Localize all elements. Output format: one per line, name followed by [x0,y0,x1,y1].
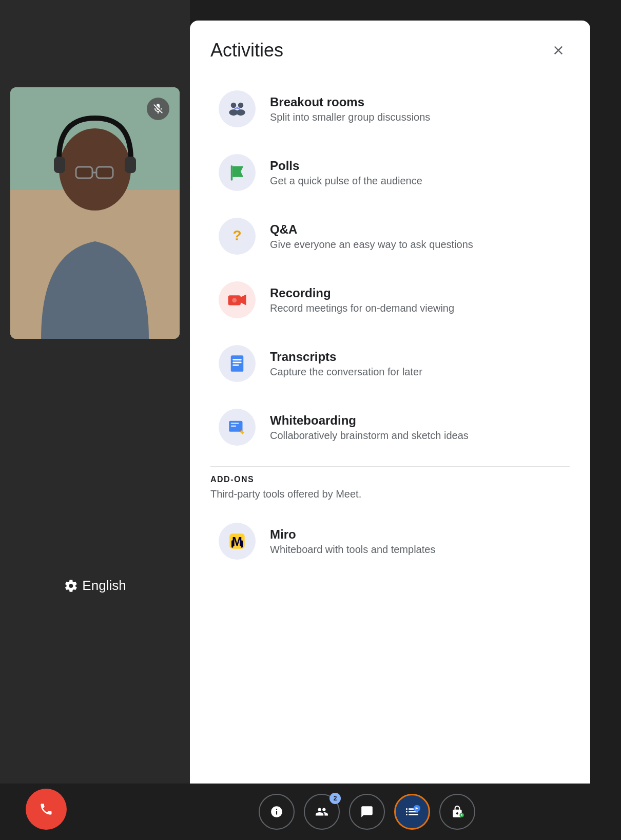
addons-section: ADD-ONS Third-party tools offered by Mee… [210,475,570,572]
bottom-controls: 2 [259,794,475,830]
transcripts-desc: Capture the conversation for later [270,366,561,378]
recording-desc: Record meetings for on-demand viewing [270,302,561,314]
mute-button[interactable] [147,98,169,120]
polls-item[interactable]: Polls Get a quick pulse of the audience [210,142,570,203]
recording-icon [219,281,256,318]
qa-title: Q&A [270,222,561,237]
qa-icon: ? [219,218,256,255]
qa-item[interactable]: ? Q&A Give everyone an easy way to ask q… [210,205,570,267]
svg-text:?: ? [232,227,241,243]
svg-rect-22 [232,359,242,360]
info-button[interactable] [259,794,295,830]
whiteboarding-title: Whiteboarding [270,413,561,428]
svg-point-36 [461,814,462,815]
svg-point-2 [59,128,131,211]
whiteboarding-icon [219,409,256,446]
breakout-rooms-desc: Split into smaller group discussions [270,111,561,123]
polls-title: Polls [270,159,561,173]
whiteboarding-text: Whiteboarding Collaboratively brainstorm… [270,413,561,442]
close-button[interactable] [547,39,570,62]
svg-rect-6 [96,167,113,178]
video-area: English [0,0,190,840]
svg-rect-15 [231,165,233,181]
panel-header: Activities [210,39,570,62]
video-thumbnail [10,87,180,339]
recording-item[interactable]: Recording Record meetings for on-demand … [210,269,570,331]
recording-title: Recording [270,286,561,300]
svg-rect-21 [231,355,244,372]
miro-desc: Whiteboard with tools and templates [270,544,561,556]
svg-rect-24 [232,365,239,366]
svg-rect-4 [125,157,136,173]
svg-rect-5 [76,167,92,178]
end-call-button[interactable] [26,789,67,830]
polls-text: Polls Get a quick pulse of the audience [270,159,561,187]
svg-rect-23 [232,362,242,364]
activities-panel: Activities Breakout rooms Split int [190,21,590,816]
breakout-rooms-item[interactable]: Breakout rooms Split into smaller group … [210,78,570,140]
qa-desc: Give everyone an easy way to ask questio… [270,239,561,251]
miro-title: Miro [270,527,561,542]
svg-rect-27 [231,423,239,424]
whiteboarding-item[interactable]: Whiteboarding Collaboratively brainstorm… [210,396,570,458]
svg-text:M: M [232,534,242,548]
participants-badge: 2 [329,793,341,804]
recording-text: Recording Record meetings for on-demand … [270,286,561,314]
participants-button[interactable]: 2 [304,794,340,830]
svg-point-9 [238,103,244,108]
breakout-rooms-text: Breakout rooms Split into smaller group … [270,95,561,123]
breakout-rooms-title: Breakout rooms [270,95,561,109]
miro-item[interactable]: M Miro Whiteboard with tools and templat… [210,510,570,572]
svg-point-8 [231,103,237,108]
whiteboarding-desc: Collaboratively brainstorm and sketch id… [270,430,561,442]
panel-title: Activities [210,40,283,61]
svg-marker-19 [241,295,246,306]
transcripts-title: Transcripts [270,350,561,364]
miro-text: Miro Whiteboard with tools and templates [270,527,561,556]
polls-icon [219,154,256,191]
video-person [10,87,180,339]
polls-desc: Get a quick pulse of the audience [270,175,561,187]
svg-rect-3 [54,157,65,173]
language-label: English [64,578,126,594]
addons-subtitle: Third-party tools offered by Meet. [210,488,570,500]
bottom-bar: 2 [0,784,621,840]
transcripts-icon [219,345,256,382]
chat-button[interactable] [349,794,385,830]
section-divider [210,466,570,467]
lock-button[interactable] [439,794,475,830]
breakout-rooms-icon [219,90,256,127]
transcripts-text: Transcripts Capture the conversation for… [270,350,561,378]
miro-icon: M [219,523,256,560]
svg-point-20 [232,298,237,303]
svg-point-12 [236,107,238,109]
transcripts-item[interactable]: Transcripts Capture the conversation for… [210,333,570,394]
qa-text: Q&A Give everyone an easy way to ask que… [270,222,561,251]
activities-button[interactable] [394,794,430,830]
svg-rect-28 [231,426,237,427]
svg-point-11 [236,109,245,116]
addons-title: ADD-ONS [210,475,570,484]
